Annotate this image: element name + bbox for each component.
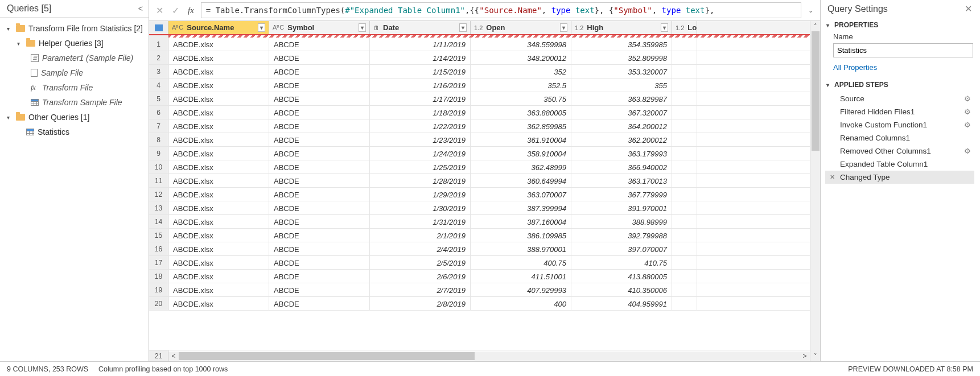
table-row[interactable]: 1ABCDE.xlsxABCDE1/11/2019348.559998354.3… xyxy=(149,38,810,51)
query-item-transform-file[interactable]: fx Transform File xyxy=(0,80,149,95)
cell-date[interactable]: 2/8/2019 xyxy=(370,297,471,311)
table-row[interactable]: 20ABCDE.xlsxABCDE2/8/2019400404.959991 xyxy=(149,297,810,311)
cell-date[interactable]: 1/14/2019 xyxy=(370,51,471,65)
cell-high[interactable]: 364.200012 xyxy=(571,119,672,133)
cell-open[interactable]: 348.559998 xyxy=(471,38,571,51)
cell-symbol[interactable]: ABCDE xyxy=(269,65,370,78)
cell-open[interactable]: 362.859985 xyxy=(471,119,571,133)
cell-source[interactable]: ABCDE.xlsx xyxy=(168,270,269,283)
applied-step[interactable]: Filtered Hidden Files1⚙ xyxy=(825,105,974,118)
table-row[interactable]: 5ABCDE.xlsxABCDE1/17/2019350.75363.82998… xyxy=(149,92,810,106)
expand-formula-icon[interactable]: ⌄ xyxy=(806,7,816,14)
cell-source[interactable]: ABCDE.xlsx xyxy=(168,147,269,160)
cell-source[interactable]: ABCDE.xlsx xyxy=(168,174,269,188)
applied-step[interactable]: Expanded Table Column1 xyxy=(825,158,974,171)
cell-source[interactable]: ABCDE.xlsx xyxy=(168,283,269,297)
cell-source[interactable]: ABCDE.xlsx xyxy=(168,92,269,106)
table-row[interactable]: 6ABCDE.xlsxABCDE1/18/2019363.880005367.3… xyxy=(149,106,810,119)
cell-open[interactable]: 363.880005 xyxy=(471,106,571,119)
column-header-open[interactable]: 1.2 Open ▾ xyxy=(471,21,571,34)
cell-source[interactable]: ABCDE.xlsx xyxy=(168,201,269,215)
cell-symbol[interactable]: ABCDE xyxy=(269,242,370,256)
cell-date[interactable]: 1/28/2019 xyxy=(370,174,471,188)
cell-source[interactable]: ABCDE.xlsx xyxy=(168,106,269,119)
filter-dropdown-icon[interactable]: ▾ xyxy=(661,23,668,32)
cell-low[interactable] xyxy=(672,297,697,311)
cell-symbol[interactable]: ABCDE xyxy=(269,256,370,270)
cell-open[interactable]: 388.970001 xyxy=(471,242,571,256)
cell-low[interactable] xyxy=(672,174,697,188)
cell-high[interactable]: 366.940002 xyxy=(571,160,672,174)
cell-high[interactable]: 391.970001 xyxy=(571,201,672,215)
cell-low[interactable] xyxy=(672,283,697,297)
query-group-transform[interactable]: ▾ Transform File from Statistics [2] xyxy=(0,21,149,36)
table-row[interactable]: 4ABCDE.xlsxABCDE1/16/2019352.5355 xyxy=(149,78,810,92)
cell-symbol[interactable]: ABCDE xyxy=(269,92,370,106)
cell-symbol[interactable]: ABCDE xyxy=(269,188,370,201)
cell-open[interactable]: 348.200012 xyxy=(471,51,571,65)
applied-step[interactable]: Invoke Custom Function1⚙ xyxy=(825,118,974,131)
cell-low[interactable] xyxy=(672,160,697,174)
query-name-input[interactable] xyxy=(833,43,973,57)
table-row[interactable]: 3ABCDE.xlsxABCDE1/15/2019352353.320007 xyxy=(149,65,810,78)
cell-date[interactable]: 1/18/2019 xyxy=(370,106,471,119)
cell-open[interactable]: 352 xyxy=(471,65,571,78)
table-row[interactable]: 18ABCDE.xlsxABCDE2/6/2019411.51001413.88… xyxy=(149,270,810,283)
cell-date[interactable]: 1/11/2019 xyxy=(370,38,471,51)
cell-symbol[interactable]: ABCDE xyxy=(269,297,370,311)
cell-symbol[interactable]: ABCDE xyxy=(269,119,370,133)
vertical-scrollbar[interactable]: ˄ ˅ xyxy=(810,21,820,361)
cell-symbol[interactable]: ABCDE xyxy=(269,174,370,188)
all-properties-link[interactable]: All Properties xyxy=(825,61,974,77)
scroll-up-icon[interactable]: ˄ xyxy=(810,21,820,31)
cell-symbol[interactable]: ABCDE xyxy=(269,215,370,229)
cell-high[interactable]: 367.320007 xyxy=(571,106,672,119)
cell-source[interactable]: ABCDE.xlsx xyxy=(168,38,269,51)
cell-source[interactable]: ABCDE.xlsx xyxy=(168,133,269,147)
column-header-high[interactable]: 1.2 High ▾ xyxy=(571,21,672,34)
cell-source[interactable]: ABCDE.xlsx xyxy=(168,51,269,65)
cell-date[interactable]: 1/15/2019 xyxy=(370,65,471,78)
cell-symbol[interactable]: ABCDE xyxy=(269,38,370,51)
cell-symbol[interactable]: ABCDE xyxy=(269,201,370,215)
table-row[interactable]: 14ABCDE.xlsxABCDE1/31/2019387.160004388.… xyxy=(149,215,810,229)
cell-high[interactable]: 413.880005 xyxy=(571,270,672,283)
commit-formula-icon[interactable]: ✓ xyxy=(170,5,181,16)
cell-symbol[interactable]: ABCDE xyxy=(269,270,370,283)
cell-low[interactable] xyxy=(672,242,697,256)
table-row[interactable]: 16ABCDE.xlsxABCDE2/4/2019388.970001397.0… xyxy=(149,242,810,256)
cell-date[interactable]: 1/30/2019 xyxy=(370,201,471,215)
gear-icon[interactable]: ⚙ xyxy=(964,147,971,155)
cell-high[interactable]: 353.320007 xyxy=(571,65,672,78)
table-row[interactable]: 17ABCDE.xlsxABCDE2/5/2019400.75410.75 xyxy=(149,256,810,270)
close-settings-icon[interactable]: ✕ xyxy=(965,3,972,14)
formula-input[interactable]: = Table.TransformColumnTypes(#"Expanded … xyxy=(201,2,801,18)
cell-open[interactable]: 386.109985 xyxy=(471,229,571,242)
cell-high[interactable]: 392.799988 xyxy=(571,229,672,242)
table-row[interactable]: 7ABCDE.xlsxABCDE1/22/2019362.859985364.2… xyxy=(149,119,810,133)
applied-step[interactable]: Renamed Columns1 xyxy=(825,131,974,144)
applied-step[interactable]: Source⚙ xyxy=(825,92,974,105)
cell-date[interactable]: 1/23/2019 xyxy=(370,133,471,147)
cell-open[interactable]: 362.48999 xyxy=(471,160,571,174)
cell-low[interactable] xyxy=(672,51,697,65)
query-item-statistics[interactable]: Statistics xyxy=(0,125,149,139)
cell-open[interactable]: 407.929993 xyxy=(471,283,571,297)
cell-low[interactable] xyxy=(672,256,697,270)
query-item-parameter1[interactable]: ☰ Parameter1 (Sample File) xyxy=(0,51,149,65)
table-row[interactable]: 9ABCDE.xlsxABCDE1/24/2019358.910004363.1… xyxy=(149,147,810,160)
cell-source[interactable]: ABCDE.xlsx xyxy=(168,297,269,311)
cell-low[interactable] xyxy=(672,229,697,242)
cell-high[interactable]: 367.779999 xyxy=(571,188,672,201)
cell-source[interactable]: ABCDE.xlsx xyxy=(168,229,269,242)
cell-open[interactable]: 400 xyxy=(471,297,571,311)
cell-source[interactable]: ABCDE.xlsx xyxy=(168,256,269,270)
cell-source[interactable]: ABCDE.xlsx xyxy=(168,188,269,201)
cell-low[interactable] xyxy=(672,38,697,51)
cell-low[interactable] xyxy=(672,92,697,106)
query-group-other[interactable]: ▾ Other Queries [1] xyxy=(0,110,149,125)
cell-source[interactable]: ABCDE.xlsx xyxy=(168,119,269,133)
cell-high[interactable]: 397.070007 xyxy=(571,242,672,256)
cell-open[interactable]: 411.51001 xyxy=(471,270,571,283)
cell-high[interactable]: 363.829987 xyxy=(571,92,672,106)
